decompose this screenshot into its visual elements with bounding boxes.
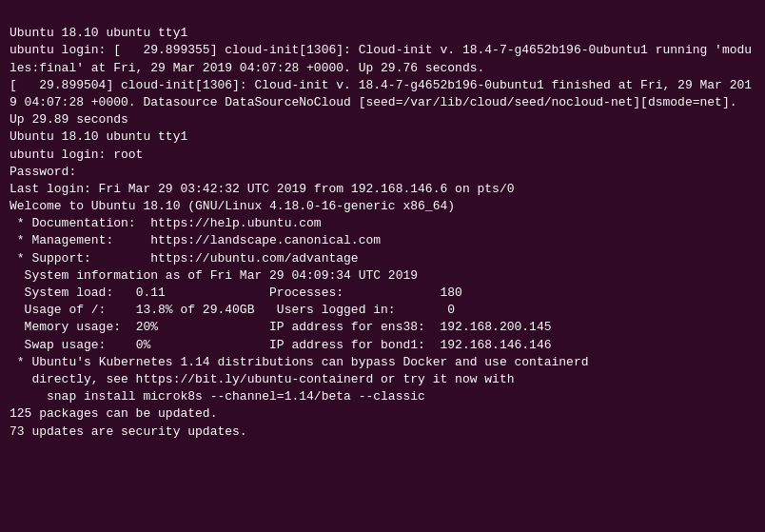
terminal-line-cloud3: [ 29.899504] cloud-init[1306]: Cloud-ini… bbox=[10, 77, 755, 94]
terminal-line-cloud5: Up 29.89 seconds bbox=[10, 111, 755, 128]
terminal-line-snap: snap install microk8s --channel=1.14/bet… bbox=[10, 388, 755, 405]
terminal-line-kube1: * Ubuntu's Kubernetes 1.14 distributions… bbox=[10, 354, 755, 371]
terminal-line-doc: * Documentation: https://help.ubuntu.com bbox=[10, 215, 755, 232]
terminal-line-welcome: Welcome to Ubuntu 18.10 (GNU/Linux 4.18.… bbox=[10, 198, 755, 215]
terminal-line-pass: Password: bbox=[10, 164, 755, 181]
terminal-line-swap: Swap usage: 0% IP address for bond1: 192… bbox=[10, 337, 755, 354]
terminal-line-title1: Ubuntu 18.10 ubuntu tty1 bbox=[10, 25, 755, 42]
terminal-output: Ubuntu 18.10 ubuntu tty1ubuntu login: [ … bbox=[10, 8, 755, 441]
terminal-line-cloud1: ubuntu login: [ 29.899355] cloud-init[13… bbox=[10, 42, 755, 59]
terminal-line-lastlogin: Last login: Fri Mar 29 03:42:32 UTC 2019… bbox=[10, 181, 755, 198]
terminal-line-usage: Usage of /: 13.8% of 29.40GB Users logge… bbox=[10, 302, 755, 319]
terminal-line-kube2: directly, see https://bit.ly/ubuntu-cont… bbox=[10, 371, 755, 388]
terminal-line-sysload: System load: 0.11 Processes: 180 bbox=[10, 285, 755, 302]
terminal-line-sysinfo: System information as of Fri Mar 29 04:0… bbox=[10, 267, 755, 285]
terminal-line-mgmt: * Management: https://landscape.canonica… bbox=[10, 232, 755, 249]
terminal-line-title2: Ubuntu 18.10 ubuntu tty1 bbox=[10, 128, 755, 146]
terminal-line-cloud4: 9 04:07:28 +0000. Datasource DataSourceN… bbox=[10, 94, 755, 111]
terminal-line-pkg2: 73 updates are security updates. bbox=[10, 424, 755, 441]
terminal-line-memory: Memory usage: 20% IP address for ens38: … bbox=[10, 319, 755, 336]
terminal-line-cloud2: les:final' at Fri, 29 Mar 2019 04:07:28 … bbox=[10, 60, 755, 77]
terminal-line-pkg1: 125 packages can be updated. bbox=[10, 405, 755, 423]
terminal-line-support: * Support: https://ubuntu.com/advantage bbox=[10, 250, 755, 267]
terminal-line-login: ubuntu login: root bbox=[10, 147, 755, 164]
